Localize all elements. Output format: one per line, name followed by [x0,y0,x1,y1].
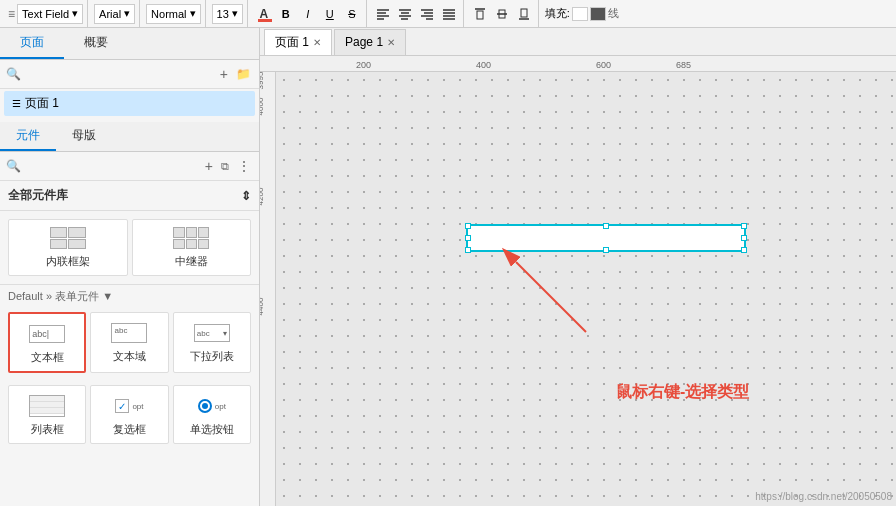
handle-bl[interactable] [465,247,471,253]
handle-mr[interactable] [741,235,747,241]
elem-search-row: 🔍 + ⧉ ⋮ [0,152,259,181]
dropdown-icon: abc▾ [190,319,234,347]
ruler-mark-600: 600 [596,60,611,70]
textfield-icon: abc| [25,320,69,348]
tab-masters[interactable]: 母版 [56,122,112,151]
font-family-dropdown[interactable]: Arial ▾ [94,4,135,24]
fill-color-dark[interactable] [590,7,606,21]
library-title-row: 全部元件库 ⇕ [0,181,259,211]
comp-radio[interactable]: opt 单选按钮 [173,385,251,444]
align-left-button[interactable] [373,4,393,24]
dropdown-label: 下拉列表 [190,349,234,364]
valign-bottom-button[interactable] [514,4,534,24]
canvas-content: 200 400 600 685 3995 4000 4200 4400 [260,56,896,506]
comp-inline-frame[interactable]: 内联框架 [8,219,128,276]
comp-checkbox[interactable]: ✓ opt 复选框 [90,385,168,444]
folder-icon[interactable]: 📁 [234,65,253,83]
elem-search-input[interactable] [25,159,199,173]
font-family-label: Arial [99,8,121,20]
default-section-title[interactable]: Default » 表单元件 ▼ [0,284,259,308]
align-left-icon [376,8,390,20]
svg-rect-17 [477,11,483,19]
handle-br[interactable] [741,247,747,253]
handle-bm[interactable] [603,247,609,253]
ruler-mark-3995: 3995 [260,72,265,89]
font-size-dropdown[interactable]: 13 ▾ [212,4,243,24]
comp-textarea[interactable]: abc 文本域 [90,312,168,373]
fill-section: 填充: 线 [541,0,623,27]
canvas-tab-page1[interactable]: 页面 1 ✕ [264,29,332,55]
align-justify-button[interactable] [439,4,459,24]
underline-button[interactable]: U [320,4,340,24]
page-item-label: 页面 1 [25,95,59,112]
canvas-tab-page2[interactable]: Page 1 ✕ [334,29,406,55]
element-type-label: Text Field [22,8,69,20]
annotation-text-container: 鼠标右键-选择类型 [616,382,749,403]
elem-copy-icon[interactable]: ⧉ [219,158,231,175]
ruler-mark-4000: 4000 [260,98,265,116]
align-right-button[interactable] [417,4,437,24]
bold-icon: B [282,8,290,20]
library-expand-icon[interactable]: ⇕ [241,189,251,203]
font-style-chevron: ▾ [190,7,196,20]
listbox-label: 列表框 [31,422,64,437]
comp-dropdown[interactable]: abc▾ 下拉列表 [173,312,251,373]
elem-add-icon[interactable]: + [203,156,215,176]
valign-middle-button[interactable] [492,4,512,24]
bold-button[interactable]: B [276,4,296,24]
canvas-tab2-label: Page 1 [345,35,383,49]
strikethrough-icon: S [348,8,355,20]
align-justify-icon [442,8,456,20]
canvas-with-rulers: 3995 4000 4200 4400 [260,72,896,506]
canvas-viewport[interactable]: 鼠标右键-选择类型 https://blog.csdn.net/20050508 [276,72,896,506]
tab-overview[interactable]: 概要 [64,28,128,59]
valign-top-button[interactable] [470,4,490,24]
radio-label: 单选按钮 [190,422,234,437]
element-type-dropdown[interactable]: Text Field ▾ [17,4,83,24]
tab-elements[interactable]: 元件 [0,122,56,151]
canvas-tab2-close[interactable]: ✕ [387,37,395,48]
alignment-section [369,0,464,27]
canvas-textfield-element[interactable] [466,224,746,252]
search-icon: 🔍 [6,67,21,81]
canvas-area: 页面 1 ✕ Page 1 ✕ 200 400 600 685 [260,28,896,506]
page-item-1[interactable]: ☰ 页面 1 [4,91,255,116]
font-style-dropdown[interactable]: Normal ▾ [146,4,200,24]
page-search-input[interactable] [25,67,214,81]
page-tabs: 页面 概要 [0,28,259,60]
fill-line-label: 线 [608,6,619,21]
font-color-button[interactable]: A [254,4,274,24]
page-icon: ☰ [12,98,21,109]
align-center-button[interactable] [395,4,415,24]
page-actions: + 📁 [218,64,253,84]
elem-more-icon[interactable]: ⋮ [235,156,253,176]
strikethrough-button[interactable]: S [342,4,362,24]
handle-tl[interactable] [465,223,471,229]
canvas-tab1-label: 页面 1 [275,34,309,51]
comp-relay[interactable]: 中继器 [132,219,252,276]
handle-ml[interactable] [465,235,471,241]
canvas-tab1-close[interactable]: ✕ [313,37,321,48]
italic-button[interactable]: I [298,4,318,24]
comp-listbox[interactable]: 列表框 [8,385,86,444]
svg-rect-21 [521,9,527,17]
font-family-section: Arial ▾ [90,0,140,27]
element-type-chevron: ▾ [72,7,78,20]
checkbox-icon: ✓ opt [107,392,151,420]
checkbox-label: 复选框 [113,422,146,437]
ruler-top-ticks: 200 400 600 685 [276,56,896,71]
italic-icon: I [306,8,309,20]
fill-label: 填充: [545,6,570,21]
inline-frame-icon [48,226,88,250]
valign-bottom-icon [518,8,530,20]
handle-tr[interactable] [741,223,747,229]
font-style-section: Normal ▾ [142,0,205,27]
fill-color-white[interactable] [572,7,588,21]
handle-tm[interactable] [603,223,609,229]
add-page-icon[interactable]: + [218,64,230,84]
tab-page[interactable]: 页面 [0,28,64,59]
listbox-icon [25,392,69,420]
radio-icon: opt [190,392,234,420]
comp-textfield[interactable]: abc| 文本框 [8,312,86,373]
svg-line-23 [516,262,586,332]
